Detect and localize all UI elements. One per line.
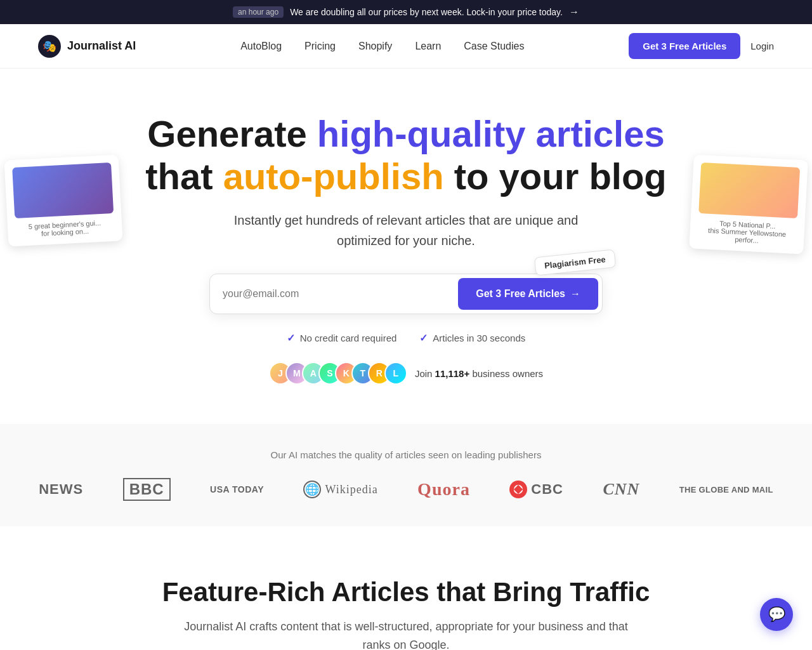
email-form: Get 3 Free Articles → [209, 274, 603, 314]
avatars: J M A S K T R L [269, 362, 407, 385]
check-label-2: Articles in 30 seconds [433, 333, 525, 343]
logo-bbc: BBC [123, 478, 171, 501]
navbar: 🎭 Journalist AI AutoBlog Pricing Shopify… [0, 24, 812, 69]
announcement-bar: an hour ago We are doubling all our pric… [0, 0, 812, 24]
join-section: J M A S K T R L Join 11,118+ business ow… [13, 362, 799, 385]
publishers-logos: NEWS BBC USA TODAY 🌐 Wikipedia Quora CBC… [0, 478, 812, 501]
chat-button[interactable]: 💬 [760, 598, 793, 631]
hero-cta-button[interactable]: Get 3 Free Articles → [458, 278, 598, 310]
hero-headline-part3: to your blog [444, 156, 667, 197]
join-prefix: Join [415, 368, 435, 379]
logo-icon: 🎭 [38, 35, 61, 58]
nav-case-studies[interactable]: Case Studies [464, 41, 524, 51]
wikipedia-globe-icon: 🌐 [303, 481, 321, 498]
blog-card-right: Top 5 National P... this Summer Yellowst… [689, 154, 808, 254]
logo-usatoday: USA TODAY [210, 484, 264, 494]
hero-section: 5 great beginner's gui... for looking on… [0, 69, 812, 424]
nav-right: Get 3 Free Articles Login [629, 33, 774, 59]
email-input[interactable] [210, 274, 454, 314]
hero-headline-part2: that [145, 156, 223, 197]
nav-login-button[interactable]: Login [750, 41, 774, 51]
join-text: Join 11,118+ business owners [415, 368, 543, 379]
logo-quora: Quora [417, 479, 470, 500]
announcement-tag: an hour ago [233, 6, 284, 18]
nav-pricing[interactable]: Pricing [304, 41, 336, 51]
hero-checks: ✓ No credit card required ✓ Articles in … [13, 332, 799, 344]
publishers-section: Our AI matches the quality of articles s… [0, 424, 812, 526]
avatar-8: L [384, 362, 407, 385]
hero-cta-arrow: → [570, 288, 580, 300]
features-title: Feature-Rich Articles that Bring Traffic [25, 577, 787, 607]
cbc-text: CBC [531, 481, 563, 498]
chat-icon: 💬 [768, 606, 785, 623]
cbc-gem-icon [509, 481, 527, 498]
publishers-title: Our AI matches the quality of articles s… [0, 449, 812, 460]
nav-autoblog[interactable]: AutoBlog [240, 41, 282, 51]
logo-globe-mail: THE GLOBE AND MAIL [679, 485, 773, 494]
nav-shopify[interactable]: Shopify [358, 41, 392, 51]
blog-card-left: 5 great beginner's gui... for looking on… [4, 154, 123, 246]
check-label-1: No credit card required [300, 333, 397, 343]
nav-links: AutoBlog Pricing Shopify Learn Case Stud… [240, 41, 524, 52]
hero-cta-label: Get 3 Free Articles [476, 288, 565, 300]
check-articles: ✓ Articles in 30 seconds [419, 332, 525, 344]
hero-subtext: Instantly get hundreds of relevant artic… [216, 210, 596, 251]
blog-card-left-img [12, 162, 114, 218]
logo-news: NEWS [39, 481, 83, 498]
logo-cnn: CNN [603, 480, 639, 499]
hero-headline-highlight: high-quality articles [317, 113, 665, 154]
features-subtitle: Journalist AI crafts content that is wel… [184, 618, 628, 650]
nav-learn[interactable]: Learn [415, 41, 441, 51]
check-icon-1: ✓ [287, 332, 295, 344]
announcement-arrow: → [569, 6, 579, 18]
check-icon-2: ✓ [419, 332, 428, 344]
logo-text: Journalist AI [67, 39, 136, 53]
hero-headline-part1: Generate [147, 113, 317, 154]
nav-cta-button[interactable]: Get 3 Free Articles [629, 33, 740, 59]
features-section: Feature-Rich Articles that Bring Traffic… [0, 526, 812, 650]
hero-headline-highlight2: auto-publish [223, 156, 444, 197]
nav-logo[interactable]: 🎭 Journalist AI [38, 35, 136, 58]
join-suffix: business owners [472, 368, 543, 379]
check-no-card: ✓ No credit card required [287, 332, 397, 344]
logo-cbc: CBC [509, 481, 563, 498]
announcement-message: We are doubling all our prices by next w… [290, 7, 563, 17]
email-form-wrap: Plagiarism Free Get 3 Free Articles → [209, 274, 603, 314]
blog-card-right-img [698, 162, 800, 218]
plagiarism-badge: Plagiarism Free [534, 249, 616, 276]
hero-headline: Generate high-quality articles that auto… [13, 113, 799, 197]
join-count: 11,118+ [435, 368, 470, 379]
logo-wikipedia: 🌐 Wikipedia [303, 481, 377, 498]
